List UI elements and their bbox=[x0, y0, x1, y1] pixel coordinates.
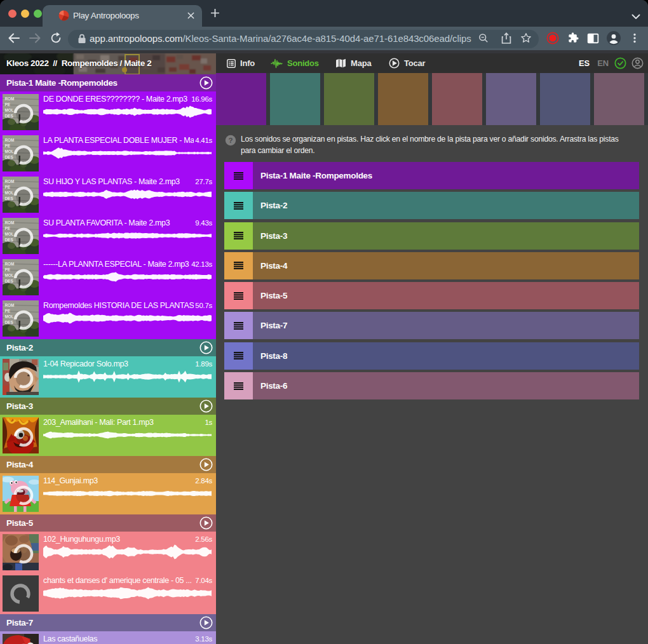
svg-text:MOL: MOL bbox=[5, 149, 14, 154]
svg-text:?: ? bbox=[228, 137, 233, 144]
svg-text:MOL: MOL bbox=[5, 314, 14, 319]
svg-text:ROM: ROM bbox=[5, 303, 15, 307]
svg-text:DES: DES bbox=[5, 320, 14, 325]
svg-text:MOL: MOL bbox=[5, 232, 14, 236]
svg-text:DES: DES bbox=[5, 196, 14, 201]
svg-text:MOL: MOL bbox=[5, 273, 14, 278]
svg-text:DES: DES bbox=[5, 114, 14, 118]
svg-text:PE: PE bbox=[5, 144, 11, 148]
svg-text:ROM: ROM bbox=[5, 220, 15, 225]
svg-text:ROM: ROM bbox=[5, 138, 15, 142]
svg-text:MOL: MOL bbox=[5, 191, 14, 195]
svg-text:DES: DES bbox=[5, 238, 14, 242]
svg-text:PE: PE bbox=[5, 226, 11, 231]
svg-text:PE: PE bbox=[5, 185, 11, 189]
svg-text:ROM: ROM bbox=[5, 97, 15, 101]
svg-text:ROM: ROM bbox=[5, 262, 15, 266]
svg-text:DES: DES bbox=[5, 155, 14, 159]
svg-text:DES: DES bbox=[5, 279, 14, 283]
svg-text:ROM: ROM bbox=[5, 179, 15, 184]
svg-text:MOL: MOL bbox=[5, 108, 14, 112]
svg-text:PE: PE bbox=[5, 102, 11, 107]
svg-text:PE: PE bbox=[5, 267, 11, 272]
svg-text:PE: PE bbox=[5, 309, 11, 313]
